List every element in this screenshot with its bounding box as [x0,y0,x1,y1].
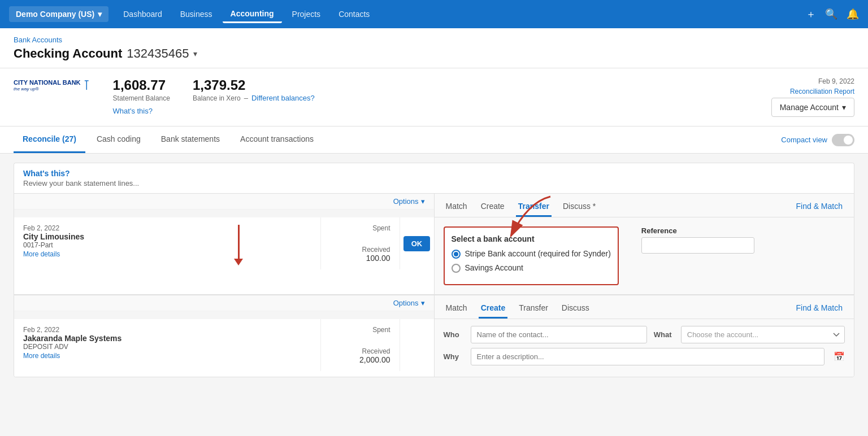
xero-balance-label: Balance in Xero [193,94,241,102]
transaction1-received-label: Received [330,246,390,254]
nav-dashboard[interactable]: Dashboard [115,6,170,22]
statement-balance-amount: 1,608.77 [113,77,170,93]
top-navigation: Demo Company (US) ▾ Dashboard Business A… [0,0,868,28]
brand-chevron: ▾ [98,10,102,19]
transaction2-right-panel: Who What Choose the account... Why 📅 [435,319,854,377]
who-label: Who [444,330,464,339]
calendar-icon[interactable]: 📅 [834,351,845,362]
transaction2-date: Feb 2, 2022 [23,326,311,334]
radio-savings[interactable]: Savings Account [452,263,611,273]
transaction2-action [400,319,434,371]
transaction1-received-amount: 100.00 [330,254,390,263]
transaction2-info: Feb 2, 2022 Jakaranda Maple Systems DEPO… [14,319,321,371]
whats-this-title[interactable]: What's this? [23,169,845,178]
statement-balance-label: Statement Balance [113,94,170,102]
match2-tab-match[interactable]: Match [444,300,470,319]
compact-view-section: Compact view [781,134,854,146]
breadcrumb-bank-accounts[interactable]: Bank Accounts [14,36,62,44]
transaction2-more-details[interactable]: More details [23,352,60,360]
match-tab-transfer[interactable]: Transfer [516,198,552,217]
what-select[interactable]: Choose the account... [681,326,845,343]
manage-section: Feb 9, 2022 Reconciliation Report Manage… [771,77,854,117]
whats-this-link[interactable]: What's this? [113,107,170,115]
match2-tab-discuss[interactable]: Discuss [559,300,592,319]
match-tab-create[interactable]: Create [479,198,507,217]
transaction1-ref: 0017-Part [23,241,311,249]
whats-this-desc: Review your bank statement lines... [23,179,845,188]
radio-stripe-btn[interactable] [452,250,461,259]
options-chevron-icon: ▾ [421,197,425,206]
why-input[interactable] [471,348,825,365]
match2-tab-transfer[interactable]: Transfer [517,300,550,319]
transaction1-name: City Limousines [23,232,311,241]
brand-label: Demo Company (US) [16,10,94,19]
transaction1-spent-label: Spent [330,224,390,232]
search-icon[interactable]: 🔍 [825,8,837,20]
main-content: What's this? Review your bank statement … [0,154,868,436]
radio-stripe-label: Stripe Bank account (required for Synder… [465,249,611,258]
transaction1-ok-button[interactable]: OK [403,236,431,251]
tab-cash-coding[interactable]: Cash coding [88,127,150,153]
xero-balance-section: 1,379.52 Balance in Xero – Different bal… [193,77,315,102]
nav-projects[interactable]: Projects [284,6,329,22]
find-match-link-2[interactable]: Find & Match [794,300,845,319]
transaction1-options-button[interactable]: Options ▾ [393,197,425,206]
compact-view-label: Compact view [781,136,827,144]
xero-balance-amount: 1,379.52 [193,77,245,93]
match2-tab-create[interactable]: Create [479,300,508,319]
transaction1-amounts: Spent Received 100.00 [321,217,400,269]
transaction1-more-details[interactable]: More details [23,250,60,258]
bank-logo: CITY NATIONAL BANK the way up® ⊺ [14,77,90,93]
reference-section: Reference [641,226,754,254]
transaction2-name: Jakaranda Maple Systems [23,334,311,343]
why-label: Why [444,352,464,361]
transaction2-received-amount: 2,000.00 [330,355,390,364]
manage-account-chevron: ▾ [842,103,846,112]
radio-stripe-bank[interactable]: Stripe Bank account (required for Synder… [452,249,611,259]
transaction2-ref: DEPOSIT ADV [23,343,311,351]
brand-menu[interactable]: Demo Company (US) ▾ [9,6,108,22]
transaction1-date: Feb 2, 2022 [23,224,311,232]
manage-account-button[interactable]: Manage Account ▾ [771,98,854,117]
find-match-link-1[interactable]: Find & Match [794,198,845,217]
bank-account-select-box: Select a bank account Stripe Bank accoun… [444,226,619,285]
transaction2-amounts: Spent Received 2,000.00 [321,319,400,371]
transaction2-match-tabs: Match Create Transfer Discuss Find & Mat… [435,295,854,319]
radio-savings-btn[interactable] [452,264,461,273]
breadcrumb-area: Bank Accounts Checking Account 132435465… [0,28,868,68]
account-dropdown-icon[interactable]: ▾ [193,49,197,58]
reconcile-date: Feb 9, 2022 [818,77,854,85]
tab-reconcile[interactable]: Reconcile (27) [14,127,85,153]
nav-business[interactable]: Business [172,6,220,22]
bank-info-bar: CITY NATIONAL BANK the way up® ⊺ 1,608.7… [0,68,868,127]
tab-account-transactions[interactable]: Account transactions [231,127,323,153]
transaction1-info: Feb 2, 2022 City Limousines 0017-Part Mo… [14,217,321,269]
add-icon[interactable]: ＋ [806,7,816,21]
who-input[interactable] [471,326,647,343]
account-title: Checking Account [14,46,122,61]
tab-bank-statements[interactable]: Bank statements [152,127,229,153]
statement-balance-section: 1,608.77 Statement Balance What's this? [113,77,170,115]
bank-logo-graphic: ⊺ [83,77,90,93]
transaction1-action: OK [400,217,434,269]
bank-tagline: the way up® [14,86,81,91]
match-tab-match[interactable]: Match [444,198,470,217]
tabs-bar: Reconcile (27) Cash coding Bank statemen… [0,127,868,154]
compact-view-toggle[interactable] [832,134,854,146]
transaction1-match-tabs: Match Create Transfer Discuss * Find & M… [435,194,854,217]
select-bank-account-label: Select a bank account [452,234,611,243]
notification-icon[interactable]: 🔔 [847,8,859,20]
reconciliation-report-link[interactable]: Reconciliation Report [790,88,854,95]
bank-name-text: CITY NATIONAL BANK [14,79,81,86]
radio-savings-label: Savings Account [465,263,524,272]
transaction1-right-panel: Select a bank account Stripe Bank accoun… [435,217,854,294]
transaction2-spent-label: Spent [330,326,390,334]
transaction2-received-label: Received [330,347,390,355]
match-tab-discuss[interactable]: Discuss * [561,198,598,217]
nav-accounting[interactable]: Accounting [223,6,282,23]
what-label: What [654,330,674,339]
different-balances-link[interactable]: Different balances? [251,94,315,102]
reference-input[interactable] [641,237,754,254]
transaction2-options-button[interactable]: Options ▾ [393,299,425,307]
nav-contacts[interactable]: Contacts [331,6,377,22]
